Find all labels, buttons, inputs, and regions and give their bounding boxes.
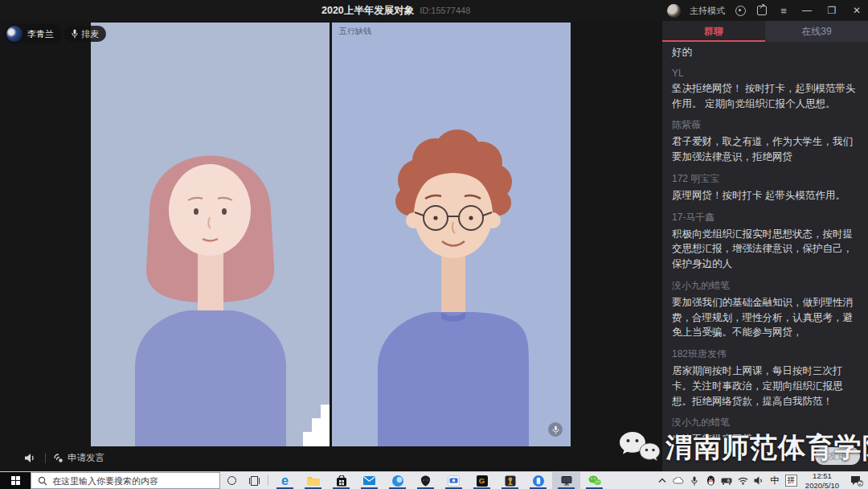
- mic-queue-label: 排麦: [81, 28, 99, 40]
- chat-message-sender: 17-马千鑫: [672, 211, 858, 224]
- projector-icon: [721, 477, 732, 485]
- speaker-icon-tray: [754, 476, 764, 485]
- chat-message-text: 好的: [672, 45, 858, 60]
- local-user-avatar: [6, 26, 23, 42]
- tray-microphone[interactable]: [686, 472, 702, 489]
- taskbar-app-meeting[interactable]: [552, 472, 580, 489]
- chat-message: YL 坚决拒绝网贷！ 按时打卡，起到模范带头作用。 定期向党组织汇报个人思想。: [672, 68, 858, 112]
- task-view-icon: [249, 476, 260, 486]
- close-button[interactable]: ✕: [849, 5, 865, 16]
- local-user-badge[interactable]: 李青兰: [5, 24, 62, 43]
- taskbar-app-edge[interactable]: e: [271, 472, 299, 489]
- chat-message-sender: 172 明宝宝: [672, 172, 858, 186]
- meeting-id: ID:15577448: [420, 6, 470, 15]
- send-button[interactable]: 发送: [815, 447, 860, 465]
- settings-icon[interactable]: [734, 4, 747, 17]
- mic-queue-button[interactable]: 排麦: [64, 26, 106, 42]
- host-avatar[interactable]: [667, 4, 681, 18]
- bottom-control-bar: 申请发言: [0, 448, 104, 467]
- cortana-icon: [227, 476, 236, 485]
- tab-group-chat[interactable]: 群聊: [662, 21, 765, 42]
- taskbar-app-file-explorer[interactable]: [299, 472, 327, 489]
- taskbar-app-alienware[interactable]: [411, 472, 440, 489]
- windows-logo-icon: [11, 476, 20, 485]
- meeting-app-icon: [561, 476, 572, 486]
- video-tile-left[interactable]: [91, 23, 330, 446]
- taskbar-app-phone[interactable]: [524, 472, 552, 489]
- chat-message-text: 原理网贷！按时打卡 起带头模范作用。: [672, 188, 858, 203]
- clock-date: 2020/5/10: [805, 481, 839, 489]
- video-stage: 五行缺钱 李青兰 排麦 申请发言: [0, 21, 662, 471]
- tray-qq[interactable]: [702, 472, 719, 489]
- mic-icon: [691, 476, 698, 486]
- gold-lamp-icon: [505, 475, 516, 487]
- chat-message: 好的: [672, 45, 858, 60]
- tray-ime-language[interactable]: 中: [767, 472, 783, 489]
- tray-clock[interactable]: 12:51 2020/5/10: [799, 472, 845, 489]
- clock-time: 12:51: [813, 471, 832, 480]
- tray-wifi[interactable]: [735, 472, 751, 489]
- task-view-button[interactable]: [243, 472, 265, 489]
- chat-tabs: 群聊 在线39: [662, 21, 868, 42]
- taskbar-app-g[interactable]: G: [468, 472, 496, 489]
- menu-icon[interactable]: ≡: [777, 4, 790, 17]
- taskbar-app-mail[interactable]: [355, 472, 383, 489]
- chat-message: 182班唐发伟 居家期间按时上网课，每日按时三次打卡。关注时事政治，定期向组织汇…: [672, 347, 858, 409]
- screen-capture-icon: [448, 475, 460, 487]
- search-icon: [38, 476, 47, 486]
- divider: [45, 453, 46, 463]
- notification-center-button[interactable]: 2: [845, 472, 868, 489]
- taskbar-app-screen-capture[interactable]: [440, 472, 468, 489]
- chevron-up-icon: [658, 478, 666, 483]
- cortana-button[interactable]: [220, 472, 243, 489]
- chat-message-text: 积极向党组织汇报实时思想状态，按时提交思想汇报，增强法律意识，保护自己，保护身边…: [672, 227, 858, 272]
- system-tray: 中 拼 12:51 2020/5/10 2: [654, 472, 868, 489]
- chat-message-list[interactable]: 好的 YL 坚决拒绝网贷！ 按时打卡，起到模范带头作用。 定期向党组织汇报个人思…: [662, 43, 868, 438]
- share-icon[interactable]: [755, 4, 768, 17]
- mic-off-icon: [552, 425, 559, 434]
- chat-message-text: 坚决拒绝网贷！ 按时打卡，起到模范带头作用。 定期向党组织汇报个人思想。: [672, 81, 858, 112]
- man-avatar-illustration: [332, 23, 571, 446]
- taskbar-app-store[interactable]: [327, 472, 355, 489]
- chat-message: 没小九的蜡笔 也决不能纵容网贷。: [672, 416, 858, 438]
- speaker-icon[interactable]: [24, 453, 37, 463]
- hidden-icons-chevron[interactable]: [654, 472, 670, 489]
- taskbar-app-wechat[interactable]: [580, 472, 608, 489]
- notification-icon: 2: [850, 475, 863, 487]
- g-app-icon: G: [477, 475, 488, 487]
- taskbar-app-browser[interactable]: [383, 472, 411, 489]
- request-speak-button[interactable]: 申请发言: [52, 452, 104, 464]
- chat-message-text: 也决不能纵容网贷。: [672, 432, 858, 438]
- chat-panel: 群聊 在线39 好的 YL 坚决拒绝网贷！ 按时打卡，起到模范带头作用。 定期向…: [662, 21, 868, 471]
- tray-speaker[interactable]: [751, 472, 767, 489]
- folder-icon: [307, 475, 320, 486]
- local-user-name: 李青兰: [27, 28, 54, 40]
- video-tile-right[interactable]: 五行缺钱: [332, 23, 571, 446]
- start-button[interactable]: [0, 472, 31, 489]
- tab-online-list[interactable]: 在线39: [765, 21, 868, 42]
- chat-message-sender: 没小九的蜡笔: [672, 416, 858, 429]
- search-input[interactable]: [52, 476, 205, 486]
- host-mode-label[interactable]: 主持模式: [690, 5, 725, 17]
- woman-avatar-illustration: [91, 23, 330, 446]
- tray-cloud[interactable]: [670, 472, 686, 489]
- chat-message: 陈紫薇 君子爱财，取之有道，作为大学生，我们要加强法律意识，拒绝网贷: [672, 118, 858, 165]
- muted-mic-badge: [548, 422, 563, 437]
- taskbar-search-box[interactable]: [31, 472, 220, 489]
- maximize-button[interactable]: ❐: [824, 5, 840, 16]
- tray-projector[interactable]: [719, 472, 735, 489]
- wechat-icon: [588, 475, 601, 486]
- meeting-title-group: 2020上半年发展对象 ID:15577448: [321, 0, 470, 21]
- chat-message-text: 要加强我们的基础金融知识，做到理性消费，合理规划，理性分析，认真思考，避免上当受…: [672, 295, 858, 340]
- minimize-button[interactable]: —: [799, 5, 815, 16]
- svg-text:2: 2: [859, 480, 862, 486]
- taskbar-app-gold[interactable]: [496, 472, 524, 489]
- chat-message: 没小九的蜡笔 要加强我们的基础金融知识，做到理性消费，合理规划，理性分析，认真思…: [672, 279, 858, 340]
- divider: [268, 475, 268, 486]
- chat-message: 172 明宝宝 原理网贷！按时打卡 起带头模范作用。: [672, 172, 858, 203]
- store-icon: [336, 475, 347, 487]
- request-speak-label: 申请发言: [68, 452, 104, 464]
- microphone-icon: [72, 29, 78, 39]
- titlebar-controls: 主持模式 ≡ — ❐ ✕: [667, 0, 865, 21]
- tray-ime-mode[interactable]: 拼: [783, 472, 799, 489]
